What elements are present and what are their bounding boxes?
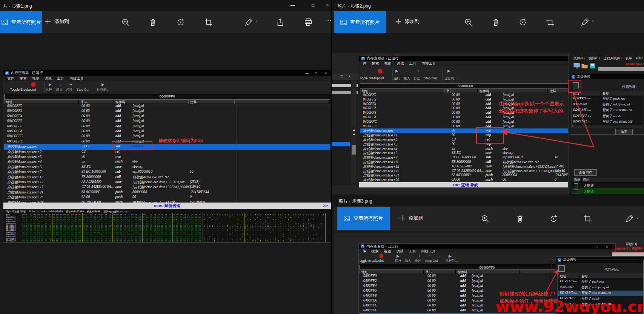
column-header[interactable]: 操作码 <box>478 88 548 93</box>
save-icon[interactable] <box>589 63 596 70</box>
disasm-row[interactable]: 自校验demo.exe.text+2168 04000080push800000… <box>4 190 330 195</box>
disasm-row[interactable]: 自校验demo.exe.text+17C7 05 A42E5400 0A...m… <box>360 169 570 173</box>
column-header[interactable]: 操作码 <box>456 269 520 274</box>
run-to-icon[interactable]: ▶ <box>101 83 105 87</box>
close-icon[interactable]: × <box>606 244 608 249</box>
disasm-row[interactable]: 0400FFC00 00add[eax],al <box>360 120 570 124</box>
menu-item[interactable]: 调试 <box>45 76 52 81</box>
crop-button[interactable] <box>546 18 554 26</box>
delete-button[interactable] <box>516 215 524 223</box>
h-scrollbar[interactable]: ‹ <box>571 125 643 128</box>
step-into-label[interactable]: 踏入 <box>56 88 63 92</box>
disasm-row[interactable]: 自校验demo.exe.text+781 EC 10000000subesp,0… <box>4 170 330 175</box>
step-into-label[interactable]: 踏入 <box>404 76 410 81</box>
disasm-row[interactable]: 自校验demo.exe.text+2C3ret <box>360 138 570 142</box>
column-header[interactable]: 操作码 <box>114 99 188 104</box>
add-to-button[interactable]: 添加到 <box>395 18 420 25</box>
column-header[interactable]: 地址 <box>360 269 424 274</box>
rotate-button[interactable] <box>177 18 185 26</box>
disasm-row[interactable]: 00400FF600 00add[eax],al <box>4 119 330 124</box>
column-header[interactable]: 地址 <box>360 88 444 93</box>
step-over-label[interactable]: 步过 <box>415 259 421 263</box>
maximize-icon[interactable]: □ <box>341 74 343 78</box>
delete-button[interactable] <box>492 18 500 26</box>
disasm-row[interactable]: 0400FF000 00add[eax],al <box>360 93 570 97</box>
menu-item[interactable]: 搜索 <box>372 61 379 66</box>
column-header[interactable]: 注释 <box>548 88 570 93</box>
maximize-icon[interactable]: □ <box>315 71 317 75</box>
active-checkbox[interactable] <box>574 189 578 193</box>
view-all-photos-button[interactable]: 查看所有照片 <box>334 11 386 33</box>
toggle-breakpoint-icon[interactable] <box>378 69 382 73</box>
close-icon[interactable]: × <box>325 71 327 75</box>
step-into-icon[interactable]: ↓ <box>407 254 409 258</box>
menu-item[interactable]: 视图 <box>384 249 391 254</box>
edit-button[interactable] <box>244 18 253 26</box>
zoom-button[interactable] <box>121 18 130 26</box>
run-icon[interactable]: ▶ <box>397 254 400 258</box>
step-over-label[interactable]: 步过 <box>66 88 72 92</box>
code-list-row[interactable]: EDV97F7.t...替换了 outsb <box>572 114 644 119</box>
edit-button[interactable] <box>581 18 589 26</box>
edit-menu-chevron-icon[interactable]: ˅ <box>256 20 258 23</box>
disasm-row[interactable]: 0400FFE00 00add[eax],al <box>360 124 570 129</box>
code-list-row[interactable]: EDVA445.t...替换了 call 0040109F <box>572 108 644 113</box>
active-checkbox[interactable] <box>574 183 578 187</box>
menu-item[interactable]: D3D <box>636 56 643 61</box>
menu-item[interactable]: 视图 <box>32 76 39 81</box>
menu-item[interactable]: 文件 <box>7 76 14 81</box>
run-to-label[interactable]: 运行到... <box>446 259 458 263</box>
address-bar[interactable]: 00400FF0 <box>360 84 570 89</box>
column-header[interactable]: 字节 <box>79 99 114 104</box>
step-over-label[interactable]: 步过 <box>413 76 420 81</box>
menu-item[interactable]: 表单 <box>626 56 632 61</box>
toggle-breakpoint-label[interactable]: Toggle Breakpoint <box>10 88 36 91</box>
disasm-row[interactable]: 自校验demo.exe.text+266A 00push000 <box>360 178 570 182</box>
menu-item[interactable]: 调试 <box>397 61 404 66</box>
disasm-row[interactable]: 自校验demo.exe.text+455pushebp <box>4 159 330 164</box>
column-header[interactable]: 字节 <box>424 269 456 274</box>
disasm-row[interactable]: 自校验demo.exe.text+390nop <box>4 155 330 159</box>
toggle-breakpoint-icon[interactable] <box>380 254 383 258</box>
menu-item[interactable]: 进程列表(P) <box>604 56 622 61</box>
add-to-button[interactable]: 添加到 <box>45 18 69 25</box>
disasm-row[interactable]: 自校验demo.exe.text33 C0xoreax,eax <box>4 144 330 149</box>
menu-item[interactable]: 编辑(E) <box>589 56 600 61</box>
column-header[interactable]: 注释 <box>188 99 234 104</box>
toggle-breakpoint-label[interactable]: oggle Breakpoint <box>360 76 384 80</box>
edit-menu-chevron-icon[interactable]: ˅ <box>592 20 594 23</box>
step-over-icon[interactable]: ⇢ <box>417 254 420 258</box>
hex-dump-panel[interactable]: 保护:可执行/只读 AllocationBase=00400000 基址=004… <box>3 209 331 243</box>
disasm-row[interactable]: 自校验demo.exe.text+17C7 05 A42E5400 0A...m… <box>4 185 330 190</box>
run-label[interactable]: 运行 <box>46 88 52 92</box>
zoom-button[interactable] <box>464 18 473 26</box>
print-button[interactable] <box>304 18 312 26</box>
step-out-icon[interactable]: ↑ <box>81 83 83 87</box>
step-out-label[interactable]: Step Out <box>77 88 89 91</box>
minimize-button[interactable]: — <box>290 3 295 8</box>
hex-row[interactable]: 0040224045 FC 39 65 FC 60 00 00 00 00 60… <box>3 242 331 243</box>
run-to-icon[interactable]: ▶ <box>449 254 452 258</box>
rotate-button[interactable] <box>550 215 558 223</box>
minimize-icon[interactable]: — <box>305 71 309 75</box>
step-out-icon[interactable]: ↑ <box>427 69 429 73</box>
menu-item[interactable]: 工具 <box>57 76 64 81</box>
maximize-icon[interactable]: □ <box>596 244 598 249</box>
run-icon[interactable]: ▶ <box>49 83 52 87</box>
menu-item[interactable]: 搜索 <box>372 249 379 254</box>
menu-item[interactable]: 内核工具 <box>421 249 436 254</box>
step-into-label[interactable]: 踏入 <box>405 259 411 263</box>
edit-menu-chevron-icon[interactable]: ˅ <box>636 216 638 220</box>
disasm-row[interactable]: 自校验demo.exe.text+58B ECmovebp,esp <box>360 151 570 155</box>
step-into-icon[interactable]: ↓ <box>59 83 61 87</box>
maximize-button[interactable]: □ <box>312 3 314 8</box>
rotate-button[interactable] <box>519 18 527 26</box>
disasm-row[interactable]: 自校验demo.exe.text+455pushebp <box>360 147 570 151</box>
delete-button[interactable] <box>149 18 157 26</box>
zoom-button[interactable] <box>481 215 489 223</box>
disasm-row[interactable]: 自校验demo.exe.text+DE8 80000000call自校验demo… <box>360 160 570 164</box>
disasm-row[interactable]: 自校验demo.exe.text+DE8 80000000call自校验demo… <box>4 175 330 180</box>
disasm-row[interactable]: 自校验demo.exe.text+266A 00push000 <box>4 195 330 200</box>
disasm-row[interactable]: 自校验demo.exe.text+2168 04000080push800000… <box>360 173 570 178</box>
disasm-row[interactable]: 自校验demo.exe.text+2C3ret <box>4 150 330 155</box>
